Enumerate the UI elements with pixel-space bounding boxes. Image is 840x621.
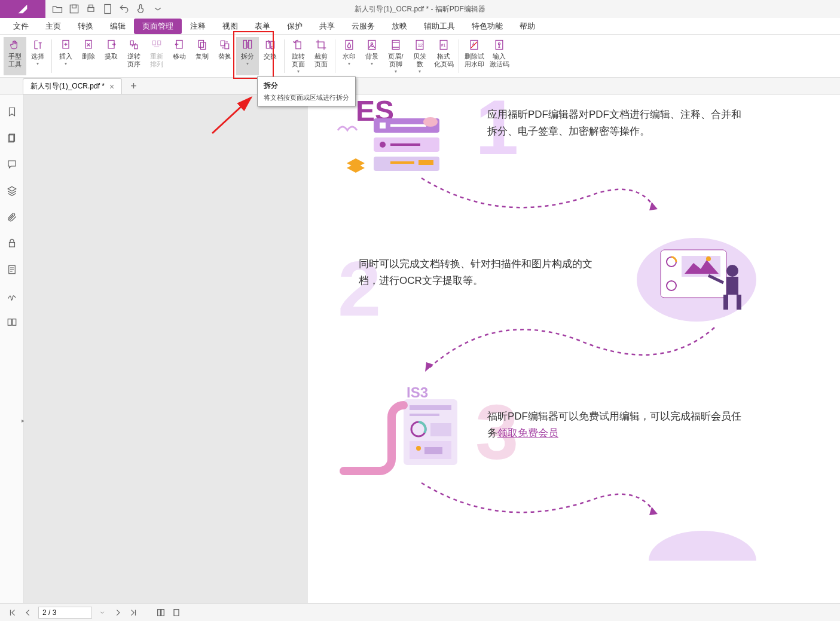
swap-button[interactable]: 交换 (259, 37, 282, 75)
save-icon[interactable] (68, 3, 80, 15)
svg-rect-4 (105, 5, 111, 14)
compare-icon[interactable] (5, 316, 19, 329)
last-page-button[interactable] (128, 607, 139, 618)
page-canvas: 1 ES 应用福昕PDF编辑器对PDF文档进行编辑、注释、合并和拆分、电子签章、… (308, 94, 840, 603)
bates-icon: 12 (413, 38, 426, 51)
chevron-down-icon: ▾ (246, 61, 249, 66)
format-page-button[interactable]: #1 格式 化页码 (431, 37, 456, 75)
svg-rect-16 (225, 44, 229, 48)
menu-accessibility[interactable]: 辅助工具 (416, 19, 463, 34)
dashed-curve-3 (410, 477, 667, 537)
free-member-link[interactable]: 领取免费会员 (497, 427, 558, 439)
tooltip-description: 将文档按页面或区域进行拆分 (264, 93, 349, 102)
background-button[interactable]: 背景 ▾ (361, 37, 383, 75)
menu-share[interactable]: 共享 (311, 19, 343, 34)
bates-button[interactable]: 12 贝茨 数 ▾ (408, 37, 431, 75)
view-mode-1-icon[interactable] (155, 607, 166, 618)
svg-rect-58 (726, 277, 738, 295)
svg-point-24 (371, 43, 372, 45)
move-button[interactable]: 移动 (168, 37, 191, 75)
layers-icon[interactable] (5, 184, 19, 197)
menu-file[interactable]: 文件 (5, 19, 37, 34)
svg-point-69 (649, 531, 756, 561)
delete-watermark-icon: A (468, 38, 481, 51)
select-button[interactable]: 选择 ▾ (26, 37, 49, 75)
menu-cloud[interactable]: 云服务 (343, 19, 383, 34)
document-viewport[interactable]: 1 ES 应用福昕PDF编辑器对PDF文档进行编辑、注释、合并和拆分、电子签章、… (24, 94, 840, 603)
header-footer-button[interactable]: 页眉/ 页脚 ▾ (383, 37, 408, 75)
svg-rect-49 (419, 160, 433, 165)
prev-page-button[interactable] (23, 607, 33, 618)
first-page-button[interactable] (7, 607, 18, 618)
illustration-3 (326, 381, 469, 489)
paragraph-2: 同时可以完成文档转换、针对扫描件和图片构成的文档，进行OCR文字提取等。 (359, 256, 610, 289)
svg-rect-21 (296, 42, 301, 49)
pages-icon[interactable] (5, 131, 19, 145)
svg-rect-39 (8, 319, 11, 326)
dashed-curve-1 (410, 172, 667, 232)
view-mode-2-icon[interactable] (171, 607, 182, 618)
quick-access-toolbar (45, 3, 170, 15)
copy-button[interactable]: 复制 (191, 37, 213, 75)
svg-rect-40 (12, 319, 16, 326)
svg-point-57 (726, 265, 738, 277)
svg-text:#1: #1 (441, 43, 446, 47)
svg-rect-14 (201, 42, 206, 50)
svg-rect-2 (88, 8, 94, 12)
reverse-icon (127, 38, 140, 51)
svg-point-50 (423, 117, 438, 127)
delete-trial-watermark-button[interactable]: A 删除试 用水印 (462, 37, 487, 75)
tab-close-icon[interactable]: × (109, 82, 114, 91)
crop-icon (314, 38, 328, 51)
qat-more-icon[interactable] (152, 3, 164, 15)
watermark-button[interactable]: 水印 ▾ (338, 37, 361, 75)
form-icon[interactable] (5, 263, 19, 276)
signature-icon[interactable] (5, 289, 19, 302)
tooltip-title: 拆分 (264, 81, 349, 91)
bookmark-icon[interactable] (5, 105, 19, 118)
menu-present[interactable]: 放映 (383, 19, 416, 34)
menu-convert[interactable]: 转换 (69, 19, 102, 34)
svg-rect-60 (737, 295, 741, 310)
delete-button[interactable]: 删除 (77, 37, 100, 75)
menu-help[interactable]: 帮助 (511, 19, 543, 34)
security-icon[interactable] (5, 237, 19, 250)
undo-icon[interactable] (118, 3, 130, 15)
menu-home[interactable]: 主页 (37, 19, 69, 34)
next-page-button[interactable] (112, 607, 123, 618)
menu-form[interactable]: 表单 (246, 19, 279, 34)
tab-add-button[interactable]: + (130, 80, 137, 94)
delete-page-icon (82, 38, 95, 51)
menu-features[interactable]: 特色功能 (463, 19, 511, 34)
page-number-input[interactable] (38, 607, 92, 619)
hand-tool-button[interactable]: 手型 工具 (4, 37, 26, 75)
illustration-2 (631, 226, 762, 322)
titlebar: 新人引导(1)_OCR.pdf * - 福昕PDF编辑器 (0, 0, 840, 18)
open-icon[interactable] (51, 3, 63, 15)
extract-button[interactable]: 提取 (100, 37, 123, 75)
move-icon (173, 38, 186, 51)
page-dropdown-icon[interactable] (97, 607, 108, 618)
attachments-icon[interactable] (5, 210, 19, 224)
svg-point-45 (380, 142, 386, 148)
insert-button[interactable]: 插入 ▾ (54, 37, 77, 75)
touch-icon[interactable] (135, 3, 147, 15)
header-icon (389, 38, 402, 51)
print-icon[interactable] (85, 3, 97, 15)
page-icon[interactable] (102, 3, 114, 15)
comments-icon[interactable] (5, 158, 19, 171)
menu-edit[interactable]: 编辑 (102, 19, 134, 34)
svg-rect-70 (158, 609, 161, 616)
reverse-button[interactable]: 逆转 页序 (123, 37, 145, 75)
replace-button[interactable]: 替换 (213, 37, 236, 75)
rotate-button[interactable]: 旋转 页面 ▾ (287, 37, 310, 75)
crop-button[interactable]: 裁剪 页面 (310, 37, 332, 75)
hand-icon (8, 38, 22, 51)
document-tab[interactable]: 新人引导(1)_OCR.pdf * × (23, 78, 122, 94)
menu-page-manage[interactable]: 页面管理 (134, 19, 182, 34)
menu-view[interactable]: 视图 (214, 19, 246, 34)
menu-comment[interactable]: 注释 (182, 19, 214, 34)
activate-button[interactable]: 输入 激活码 (487, 37, 512, 75)
split-button[interactable]: 拆分 ▾ (236, 37, 259, 75)
menu-protect[interactable]: 保护 (279, 19, 311, 34)
